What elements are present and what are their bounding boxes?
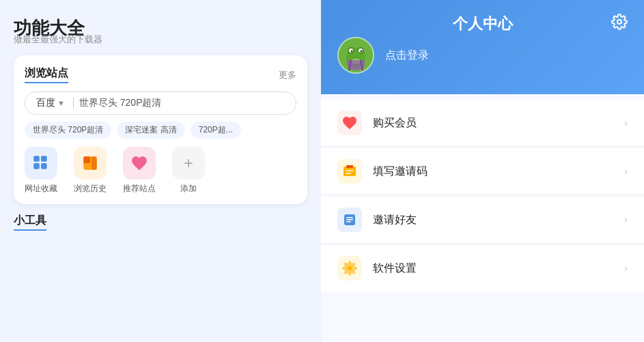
quick-access-item[interactable]: 网址收藏 <box>25 147 57 195</box>
left-panel: 功能大全 做最全最强大的下载器 浏览站点 更多 百度 ▼ 世界尽头 720P超清… <box>0 0 321 342</box>
svg-rect-5 <box>83 156 90 163</box>
quick-access-label: 浏览历史 <box>74 183 107 195</box>
menu-item-label: 软件设置 <box>373 261 624 276</box>
search-tag[interactable]: 720P超... <box>191 122 241 139</box>
svg-rect-23 <box>346 221 351 223</box>
menu-item-icon <box>337 111 362 135</box>
menu-item[interactable]: 邀请好友› <box>321 197 644 244</box>
login-button[interactable]: 点击登录 <box>385 48 429 63</box>
quick-access-label: 添加 <box>180 183 197 195</box>
svg-rect-0 <box>33 156 40 162</box>
browse-section-header: 浏览站点 更多 <box>25 66 296 83</box>
search-engine-selector[interactable]: 百度 ▼ <box>36 97 65 109</box>
right-panel-title: 个人中心 <box>453 14 513 34</box>
avatar <box>337 37 374 74</box>
settings-icon[interactable] <box>611 14 630 33</box>
quick-access-icon: + <box>172 147 205 180</box>
svg-rect-21 <box>346 217 353 218</box>
browse-section-title: 浏览站点 <box>25 66 68 83</box>
menu-item[interactable]: 购买会员› <box>321 100 644 147</box>
svg-rect-2 <box>33 163 40 169</box>
menu-item-icon <box>337 256 362 281</box>
menu-item-label: 邀请好友 <box>373 213 624 227</box>
search-tag[interactable]: 世界尽头 720P超清 <box>25 122 111 139</box>
tools-section-title: 小工具 <box>14 214 46 231</box>
menu-item-arrow-icon: › <box>624 117 628 129</box>
tools-section: 小工具 <box>14 214 307 231</box>
menu-item-arrow-icon: › <box>624 262 628 274</box>
browse-more-button[interactable]: 更多 <box>279 69 296 81</box>
menu-item-icon <box>337 208 362 232</box>
menu-item-arrow-icon: › <box>624 214 628 226</box>
svg-rect-18 <box>346 170 354 171</box>
svg-rect-3 <box>41 163 47 169</box>
browse-section: 浏览站点 更多 百度 ▼ 世界尽头 720P超清 世界尽头 720P超清深宅迷案… <box>14 55 307 204</box>
quick-access-item[interactable]: +添加 <box>172 147 205 195</box>
menu-item-label: 填写邀请码 <box>373 165 624 179</box>
menu-item[interactable]: 软件设置› <box>321 245 644 291</box>
search-tag[interactable]: 深宅迷案 高清 <box>117 122 184 139</box>
quick-access-item[interactable]: 推荐站点 <box>123 147 156 195</box>
menu-item-icon <box>337 159 362 184</box>
search-bar[interactable]: 百度 ▼ 世界尽头 720P超清 <box>25 91 296 115</box>
svg-rect-1 <box>41 156 47 162</box>
chevron-down-icon: ▼ <box>57 99 65 107</box>
search-divider <box>73 98 74 109</box>
svg-rect-6 <box>92 156 97 170</box>
right-top: 个人中心 <box>321 0 644 94</box>
svg-rect-22 <box>346 219 353 220</box>
quick-access-icon <box>74 147 107 180</box>
svg-rect-17 <box>346 165 353 168</box>
search-input[interactable]: 世界尽头 720P超清 <box>79 97 162 109</box>
right-panel: 个人中心 <box>321 0 644 342</box>
menu-item-label: 购买会员 <box>373 116 624 130</box>
svg-point-14 <box>361 51 363 53</box>
left-panel-subtitle: 做最全最强大的下载器 <box>14 33 307 46</box>
quick-access-label: 网址收藏 <box>25 183 57 195</box>
tag-row: 世界尽头 720P超清深宅迷案 高清720P超... <box>25 122 296 139</box>
quick-access-row: 网址收藏 浏览历史 推荐站点+添加 <box>25 147 296 195</box>
right-menu: 购买会员›填写邀请码›邀请好友›软件设置› <box>321 94 644 342</box>
quick-access-item[interactable]: 浏览历史 <box>74 147 107 195</box>
quick-access-label: 推荐站点 <box>123 183 156 195</box>
quick-access-icon <box>123 147 156 180</box>
menu-item-arrow-icon: › <box>624 165 628 177</box>
search-engine-label: 百度 <box>36 97 55 109</box>
menu-item[interactable]: 填写邀请码› <box>321 148 644 195</box>
svg-point-13 <box>351 51 353 53</box>
quick-access-icon <box>25 147 57 180</box>
svg-rect-19 <box>346 173 351 174</box>
